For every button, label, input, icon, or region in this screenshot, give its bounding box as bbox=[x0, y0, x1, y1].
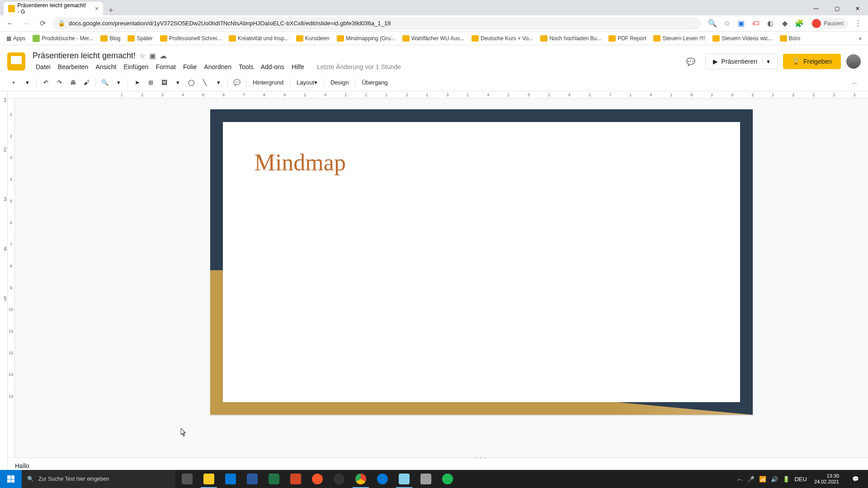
share-button[interactable]: 🔒 Freigeben bbox=[783, 54, 841, 69]
redo-button[interactable]: ↷ bbox=[53, 76, 66, 89]
profile-avatar[interactable] bbox=[846, 54, 861, 69]
line-tool[interactable]: ╲ bbox=[198, 76, 211, 89]
apps-bookmark[interactable]: ▦Apps bbox=[4, 33, 28, 43]
url-bar[interactable]: 🔒 docs.google.com/presentation/d/1yV372S… bbox=[52, 17, 701, 30]
menu-insert[interactable]: Einfügen bbox=[120, 61, 151, 72]
undo-button[interactable]: ↶ bbox=[39, 76, 52, 89]
menu-addons[interactable]: Add-ons bbox=[258, 61, 288, 72]
new-slide-dropdown[interactable]: ▾ bbox=[21, 76, 33, 89]
excel-icon[interactable] bbox=[263, 470, 285, 488]
move-icon[interactable]: ▣ bbox=[149, 52, 156, 60]
new-tab-button[interactable]: + bbox=[103, 6, 119, 15]
image-tool[interactable]: 🖼 bbox=[158, 76, 170, 89]
slide-title-text[interactable]: Mindmap bbox=[255, 149, 740, 176]
menu-help[interactable]: Hilfe bbox=[288, 61, 307, 72]
minimize-button[interactable]: — bbox=[806, 2, 826, 15]
shopping-icon[interactable]: 🏷 bbox=[751, 19, 760, 28]
wifi-icon[interactable]: 📶 bbox=[759, 476, 766, 483]
horizontal-ruler[interactable]: 1234567891011121314151617181920212223242… bbox=[8, 91, 868, 99]
cloud-saved-icon[interactable]: ☁ bbox=[160, 52, 167, 60]
menu-format[interactable]: Format bbox=[153, 61, 179, 72]
bookmark-folder[interactable]: Professionell Schrei... bbox=[157, 33, 224, 43]
chrome-icon[interactable] bbox=[350, 470, 372, 488]
start-button[interactable] bbox=[0, 470, 22, 488]
vertical-ruler[interactable]: 1234567891011121314 bbox=[8, 99, 15, 483]
comment-tool[interactable]: 💬 bbox=[231, 76, 243, 89]
file-explorer-icon[interactable] bbox=[198, 470, 220, 488]
bookmark-item[interactable]: Produktsuche - Mer... bbox=[30, 33, 96, 44]
menu-file[interactable]: Datei bbox=[33, 61, 54, 72]
image-dropdown[interactable]: ▾ bbox=[171, 76, 184, 89]
app-icon[interactable] bbox=[415, 470, 437, 488]
present-dropdown-icon[interactable]: ▾ bbox=[763, 58, 770, 65]
line-dropdown[interactable]: ▾ bbox=[212, 76, 225, 89]
powerpoint-icon[interactable] bbox=[285, 470, 307, 488]
edge-icon[interactable] bbox=[372, 470, 393, 488]
bookmark-folder[interactable]: Blog bbox=[98, 33, 123, 43]
zoom-dropdown[interactable]: ▾ bbox=[112, 76, 125, 89]
extension-icon[interactable]: ◐ bbox=[766, 19, 775, 28]
filmstrip[interactable]: 1 Präsentieren leicht gemacht! 2 ⊘ Bilde… bbox=[0, 91, 8, 483]
back-button[interactable]: ← bbox=[4, 17, 16, 30]
task-view-button[interactable] bbox=[176, 470, 198, 488]
chrome-menu-icon[interactable]: ⋮ bbox=[852, 17, 864, 30]
extension-icon-2[interactable]: ◆ bbox=[780, 19, 789, 28]
zoom-button[interactable]: 🔍 bbox=[99, 76, 111, 89]
extensions-menu-icon[interactable]: 🧩 bbox=[795, 19, 804, 28]
bookmarks-overflow[interactable]: » bbox=[856, 33, 864, 43]
reload-button[interactable]: ⟳ bbox=[36, 17, 49, 30]
bookmark-folder[interactable]: Kursideen bbox=[293, 33, 332, 43]
bookmark-folder[interactable]: Später bbox=[125, 33, 155, 43]
open-comments-button[interactable]: 💬 bbox=[682, 52, 700, 70]
bookmark-folder[interactable]: Noch hochladen Bu... bbox=[538, 33, 604, 43]
menu-tools[interactable]: Tools bbox=[236, 61, 257, 72]
menu-view[interactable]: Ansicht bbox=[92, 61, 119, 72]
layout-button[interactable]: Layout ▾ bbox=[293, 76, 321, 89]
bookmark-folder[interactable]: Mindmapping (Gru... bbox=[334, 33, 398, 43]
reader-icon[interactable]: ▣ bbox=[737, 19, 746, 28]
zoom-icon[interactable]: 🔍 bbox=[708, 19, 717, 28]
last-edit-label[interactable]: Letzte Änderung vor 1 Stunde bbox=[314, 61, 404, 72]
slide-canvas[interactable]: Mindmap bbox=[210, 109, 753, 415]
close-window-button[interactable]: ✕ bbox=[847, 2, 868, 15]
action-center-icon[interactable]: 💬 bbox=[846, 470, 864, 488]
battery-icon[interactable]: 🔋 bbox=[783, 476, 790, 483]
maximize-button[interactable]: ▢ bbox=[826, 2, 847, 15]
print-button[interactable]: 🖶 bbox=[66, 76, 79, 89]
select-tool[interactable]: ➤ bbox=[131, 76, 143, 89]
slides-logo-icon[interactable] bbox=[7, 52, 25, 70]
collapse-toolbar-icon[interactable]: ︿ bbox=[848, 76, 861, 89]
background-button[interactable]: Hintergrund bbox=[249, 76, 287, 89]
paint-format-button[interactable]: 🖌 bbox=[80, 76, 93, 89]
tray-overflow-icon[interactable]: ︿ bbox=[737, 475, 743, 483]
bookmark-folder[interactable]: Wahlfächer WU Aus... bbox=[400, 33, 467, 43]
menu-slide[interactable]: Folie bbox=[180, 61, 200, 72]
design-button[interactable]: Design bbox=[327, 76, 352, 89]
obs-icon[interactable] bbox=[328, 470, 350, 488]
notes-resize-handle[interactable]: • • • bbox=[476, 455, 487, 460]
word-icon[interactable] bbox=[241, 470, 263, 488]
bookmark-folder[interactable]: Büro bbox=[777, 33, 803, 43]
browser-tab[interactable]: Präsentieren leicht gemacht! - G × bbox=[4, 2, 103, 15]
bookmark-folder[interactable]: PDF Report bbox=[606, 33, 649, 43]
shape-tool[interactable]: ◯ bbox=[185, 76, 198, 89]
spotify-icon[interactable] bbox=[437, 470, 458, 488]
present-button[interactable]: ▶ Präsentieren ▾ bbox=[705, 54, 778, 69]
volume-icon[interactable]: 🔊 bbox=[771, 476, 778, 483]
textbox-tool[interactable]: ⊞ bbox=[144, 76, 157, 89]
calendar-app-icon[interactable] bbox=[220, 470, 241, 488]
notes-text[interactable]: Hallo bbox=[15, 462, 29, 469]
menu-arrange[interactable]: Anordnen bbox=[201, 61, 235, 72]
new-slide-button[interactable]: + bbox=[7, 76, 20, 89]
star-icon[interactable]: ☆ bbox=[139, 52, 146, 60]
microphone-icon[interactable]: 🎤 bbox=[747, 476, 755, 483]
comment-indicator-icon[interactable]: ⊘ bbox=[0, 159, 1, 165]
taskbar-clock[interactable]: 13:30 24.02.2021 bbox=[811, 473, 842, 485]
star-icon[interactable]: ☆ bbox=[722, 19, 731, 28]
account-status[interactable]: Pausiert bbox=[811, 18, 848, 29]
tab-close-icon[interactable]: × bbox=[95, 5, 99, 12]
language-indicator[interactable]: DEU bbox=[794, 476, 807, 483]
transition-button[interactable]: Übergang bbox=[358, 76, 391, 89]
bookmark-folder[interactable]: Deutsche Kurs + Vo... bbox=[469, 33, 536, 43]
bookmark-folder[interactable]: Steuern Videos wic... bbox=[710, 33, 775, 43]
